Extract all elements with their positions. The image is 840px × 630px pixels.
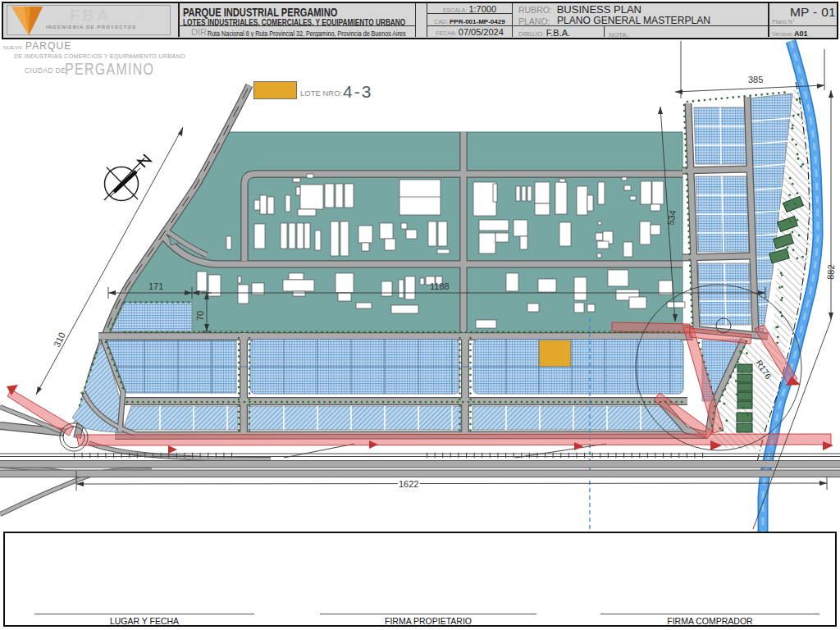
svg-text:70: 70 bbox=[195, 311, 205, 321]
svg-text:FBA: FBA bbox=[70, 7, 112, 24]
svg-text:385: 385 bbox=[748, 75, 763, 84]
svg-text:882: 882 bbox=[825, 264, 836, 280]
svg-text:171: 171 bbox=[148, 281, 163, 291]
svg-text:1188: 1188 bbox=[430, 281, 450, 291]
svg-text:310: 310 bbox=[52, 331, 67, 349]
svg-text:1622: 1622 bbox=[399, 479, 418, 489]
svg-text:\: \ bbox=[142, 9, 144, 16]
